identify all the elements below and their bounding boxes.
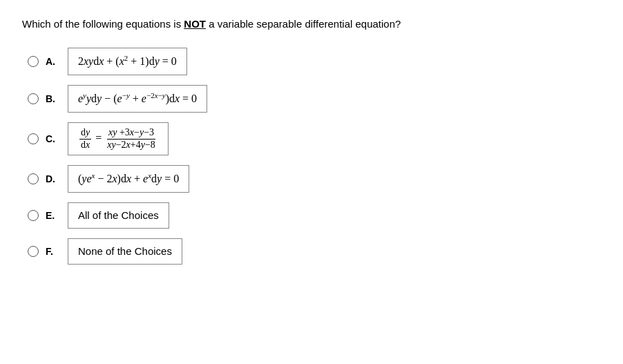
choice-row-b: B. eyydy − (e−y + e−2x−y)dx = 0: [28, 85, 601, 113]
label-d: D.: [46, 173, 61, 184]
radio-b[interactable]: [28, 93, 39, 104]
choice-e-text: All of the Choices: [78, 209, 159, 221]
choice-box-e: All of the Choices: [68, 202, 169, 229]
choice-box-f: None of the Choices: [68, 238, 182, 265]
choices-container: A. 2xydx + (x2 + 1)dy = 0 B. eyydy − (e−…: [28, 48, 601, 265]
choice-f-text: None of the Choices: [78, 245, 172, 257]
choice-box-b: eyydy − (e−y + e−2x−y)dx = 0: [68, 85, 207, 113]
question-text: Which of the following equations is NOT …: [22, 17, 601, 31]
label-b: B.: [46, 93, 61, 104]
label-e: E.: [46, 210, 61, 221]
radio-a[interactable]: [28, 56, 39, 67]
radio-e[interactable]: [28, 210, 39, 221]
choice-row-c: C. dy dx = xy +3x−y−3 xy−2x+4y−8: [28, 122, 601, 156]
choice-box-d: (yex − 2x)dx + exdy = 0: [68, 165, 189, 193]
choice-row-a: A. 2xydx + (x2 + 1)dy = 0: [28, 48, 601, 75]
choice-row-e: E. All of the Choices: [28, 202, 601, 229]
radio-d[interactable]: [28, 173, 39, 184]
radio-c[interactable]: [28, 133, 39, 144]
label-f: F.: [46, 246, 61, 257]
choice-box-a: 2xydx + (x2 + 1)dy = 0: [68, 48, 187, 75]
choice-row-d: D. (yex − 2x)dx + exdy = 0: [28, 165, 601, 193]
choice-row-f: F. None of the Choices: [28, 238, 601, 265]
label-a: A.: [46, 56, 61, 67]
choice-box-c: dy dx = xy +3x−y−3 xy−2x+4y−8: [68, 122, 169, 156]
label-c: C.: [46, 133, 61, 144]
radio-f[interactable]: [28, 246, 39, 257]
fraction-c: dy dx: [79, 127, 91, 151]
fraction-c2: xy +3x−y−3 xy−2x+4y−8: [106, 127, 157, 151]
